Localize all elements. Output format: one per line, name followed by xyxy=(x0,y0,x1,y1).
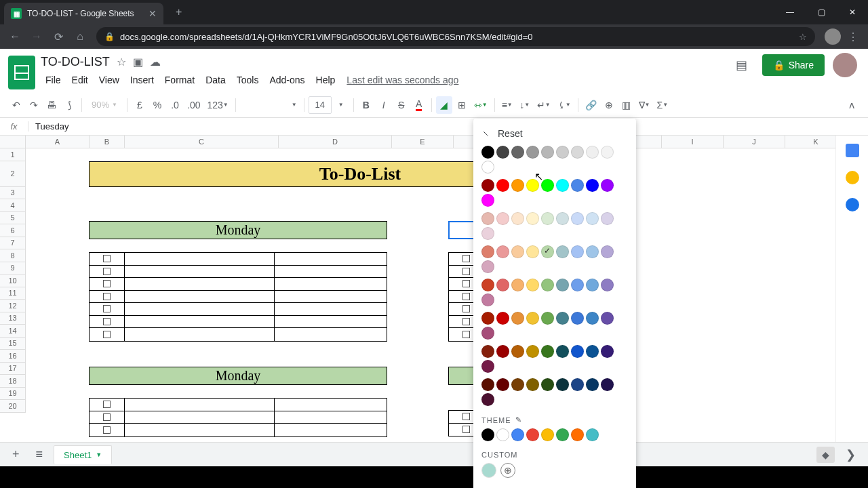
col-header[interactable]: D xyxy=(279,136,392,148)
row-header[interactable]: 7 xyxy=(0,237,25,250)
checkbox[interactable] xyxy=(462,413,470,420)
color-swatch[interactable] xyxy=(571,345,584,358)
functions-icon[interactable]: Σ▼ xyxy=(654,96,671,114)
close-window-icon[interactable]: ✕ xyxy=(837,0,868,24)
new-tab-button[interactable]: + xyxy=(170,3,187,21)
reload-icon[interactable]: ⟳ xyxy=(49,27,68,46)
color-swatch[interactable] xyxy=(541,146,554,159)
color-swatch[interactable] xyxy=(481,279,494,291)
color-swatch[interactable] xyxy=(586,345,599,358)
color-swatch[interactable] xyxy=(496,428,509,441)
checkbox[interactable] xyxy=(103,293,111,300)
color-swatch[interactable] xyxy=(586,146,599,159)
row-header[interactable]: 9 xyxy=(0,262,25,275)
color-swatch[interactable] xyxy=(556,212,569,225)
color-swatch[interactable] xyxy=(586,212,599,225)
link-icon[interactable]: 🔗 xyxy=(583,96,599,114)
checkbox[interactable] xyxy=(462,255,470,262)
share-button[interactable]: 🔒 Share xyxy=(762,54,825,76)
color-swatch[interactable] xyxy=(496,212,509,225)
number-format-select[interactable]: 123▼ xyxy=(204,96,231,114)
color-swatch[interactable] xyxy=(526,146,539,159)
percent-icon[interactable]: % xyxy=(149,96,165,114)
color-swatch[interactable] xyxy=(481,393,494,406)
color-swatch[interactable] xyxy=(556,428,569,441)
color-swatch[interactable] xyxy=(481,345,494,358)
color-swatch[interactable] xyxy=(586,245,599,258)
color-swatch[interactable] xyxy=(541,212,554,225)
row-header[interactable]: 12 xyxy=(0,300,25,312)
task-row[interactable] xyxy=(90,303,387,316)
color-swatch[interactable] xyxy=(511,345,524,358)
row-header[interactable]: 14 xyxy=(0,325,25,338)
color-swatch[interactable] xyxy=(481,293,494,306)
bold-icon[interactable]: B xyxy=(358,96,374,114)
strike-icon[interactable]: S xyxy=(393,96,410,114)
task-row[interactable] xyxy=(90,278,387,291)
menu-help[interactable]: Help xyxy=(311,72,340,88)
row-header[interactable]: 20 xyxy=(0,400,25,413)
color-swatch[interactable] xyxy=(526,428,539,441)
color-swatch[interactable] xyxy=(511,146,524,159)
comments-icon[interactable]: ▤ xyxy=(730,53,754,77)
menu-file[interactable]: File xyxy=(41,72,66,88)
color-swatch[interactable] xyxy=(511,212,524,225)
profile-avatar-small[interactable] xyxy=(825,28,841,45)
color-swatch[interactable] xyxy=(541,428,554,441)
color-swatch[interactable] xyxy=(496,378,509,391)
browser-tab[interactable]: ▦ TO-DO-LIST - Google Sheets ✕ xyxy=(4,3,163,24)
calendar-icon[interactable] xyxy=(846,144,859,157)
menu-data[interactable]: Data xyxy=(201,72,231,88)
color-swatch[interactable] xyxy=(481,161,494,174)
row-header[interactable]: 16 xyxy=(0,350,25,363)
color-swatch[interactable] xyxy=(481,179,494,192)
color-swatch[interactable] xyxy=(511,312,524,325)
currency-icon[interactable]: £ xyxy=(132,96,148,114)
color-swatch[interactable] xyxy=(481,194,494,207)
color-swatch[interactable] xyxy=(481,146,494,159)
checkbox[interactable] xyxy=(462,318,470,325)
print-icon[interactable]: 🖶 xyxy=(43,96,60,114)
font-size-dropdown-icon[interactable]: ▼ xyxy=(333,96,349,114)
checkbox[interactable] xyxy=(103,280,111,287)
color-swatch[interactable] xyxy=(571,212,584,225)
row-header[interactable]: 4 xyxy=(0,199,25,212)
color-swatch[interactable] xyxy=(586,312,599,325)
color-swatch[interactable] xyxy=(601,378,614,391)
color-swatch[interactable] xyxy=(556,279,569,291)
checkbox[interactable] xyxy=(462,268,470,275)
color-swatch[interactable] xyxy=(541,378,554,391)
sheet-tab-sheet1[interactable]: Sheet1 ▼ xyxy=(54,445,112,464)
task-row[interactable] xyxy=(90,266,387,279)
color-swatch[interactable] xyxy=(526,179,539,192)
checkbox[interactable] xyxy=(103,331,111,338)
color-swatch[interactable] xyxy=(511,245,524,258)
checkbox[interactable] xyxy=(103,305,111,312)
sheets-logo-icon[interactable] xyxy=(8,56,35,89)
custom-color-swatch[interactable] xyxy=(481,463,496,478)
chrome-menu-icon[interactable]: ⋮ xyxy=(844,27,863,46)
row-header[interactable]: 3 xyxy=(0,187,25,200)
star-icon[interactable]: ☆ xyxy=(799,32,807,42)
doc-title[interactable]: TO-DO-LIST xyxy=(41,55,110,69)
add-custom-color-icon[interactable]: ⊕ xyxy=(500,463,515,478)
checkbox[interactable] xyxy=(103,318,111,325)
color-swatch[interactable] xyxy=(526,212,539,225)
task-row[interactable] xyxy=(90,411,387,424)
row-header[interactable]: 18 xyxy=(0,375,25,388)
row-header[interactable]: 11 xyxy=(0,287,25,300)
minimize-icon[interactable]: — xyxy=(774,0,806,24)
cells-area[interactable]: To-Do-List Monday Monday xyxy=(26,148,868,466)
back-icon[interactable]: ← xyxy=(5,27,24,46)
menu-edit[interactable]: Edit xyxy=(67,72,93,88)
color-swatch[interactable] xyxy=(496,245,509,258)
h-align-icon[interactable]: ≡▼ xyxy=(499,96,515,114)
color-swatch[interactable] xyxy=(526,279,539,291)
color-swatch[interactable] xyxy=(556,345,569,358)
color-swatch[interactable] xyxy=(481,212,494,225)
color-swatch[interactable] xyxy=(571,245,584,258)
color-swatch[interactable] xyxy=(571,428,584,441)
col-header[interactable]: B xyxy=(90,136,125,148)
col-header[interactable]: E xyxy=(392,136,454,148)
color-swatch[interactable] xyxy=(586,378,599,391)
